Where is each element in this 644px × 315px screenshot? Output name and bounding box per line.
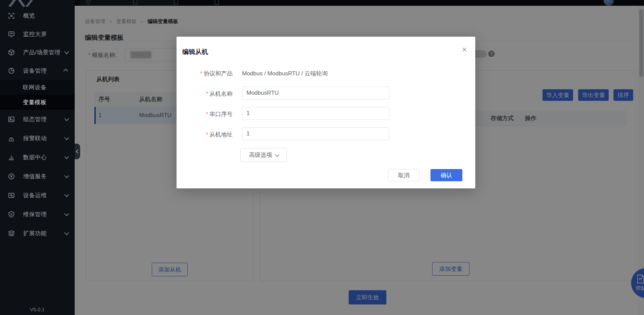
- required-marker: *: [206, 131, 208, 138]
- slave-name-input[interactable]: [242, 87, 389, 99]
- required-marker: *: [206, 111, 208, 117]
- close-icon[interactable]: ×: [460, 45, 469, 54]
- sidebar-collapse-toggle[interactable]: [75, 144, 80, 159]
- chevron-down-icon: [64, 173, 69, 178]
- chevron-down-icon: [64, 211, 69, 216]
- device-ops-icon: [8, 192, 15, 199]
- slave-address-label: *从机地址: [177, 131, 233, 138]
- sidebar: 概览 监控大屏 产品/场景管理 设备管理: [0, 0, 75, 315]
- sidebar-subitem-variable-template[interactable]: 变量模板: [0, 95, 75, 110]
- monitor-icon: [8, 31, 15, 38]
- chevron-left-icon: [76, 149, 80, 154]
- sidebar-item-scada[interactable]: 组态管理: [0, 110, 75, 129]
- chevron-down-icon: [64, 135, 69, 140]
- cancel-button[interactable]: 取消: [388, 169, 420, 181]
- chevron-down-icon: [64, 230, 69, 235]
- device-management-submenu: 联网设备 变量模板: [0, 80, 75, 110]
- required-marker: *: [200, 70, 202, 77]
- product-icon: [8, 49, 15, 56]
- alarm-icon: [8, 135, 15, 142]
- device-icon: [8, 67, 15, 74]
- chevron-down-icon: [64, 50, 69, 54]
- sidebar-nav: 概览 监控大屏 产品/场景管理 设备管理: [0, 6, 75, 243]
- modal-title: 编辑从机: [182, 48, 208, 56]
- logo: [5, 0, 50, 7]
- sidebar-subitem-networked-devices[interactable]: 联网设备: [0, 80, 75, 95]
- sidebar-item-device-management[interactable]: 设备管理: [0, 61, 75, 80]
- edit-slave-modal: 编辑从机 × *协议和产品 Modbus / ModbusRTU / 云端轮询 …: [177, 37, 475, 188]
- value-service-icon: [8, 173, 15, 180]
- chevron-down-icon: [275, 152, 279, 157]
- maintenance-icon: [8, 211, 15, 218]
- protocol-value: Modbus / ModbusRTU / 云端轮询: [242, 70, 328, 77]
- chevron-down-icon: [64, 154, 69, 159]
- sidebar-item-overview[interactable]: 概览: [0, 6, 75, 25]
- confirm-button[interactable]: 确认: [430, 169, 462, 181]
- chevron-down-icon: [64, 192, 69, 197]
- sidebar-item-product-scene[interactable]: 产品/场景管理: [0, 43, 75, 61]
- slave-name-label: *从机名称: [177, 90, 233, 98]
- protocol-label: *协议和产品: [177, 70, 233, 77]
- sidebar-item-value-services[interactable]: 增值服务: [0, 167, 75, 186]
- serial-number-input[interactable]: [242, 107, 389, 120]
- sidebar-item-device-ops[interactable]: 设备运维: [0, 186, 75, 205]
- data-center-icon: [8, 154, 15, 161]
- sidebar-item-maintenance[interactable]: 维保管理: [0, 205, 75, 224]
- serial-number-label: *串口序号: [177, 110, 233, 118]
- app-screen: 概览 监控大屏 产品/场景管理 设备管理: [0, 0, 644, 315]
- required-marker: *: [206, 91, 208, 97]
- sidebar-item-extensions[interactable]: 扩展功能: [0, 224, 75, 243]
- app-version: V5.0.1: [0, 307, 75, 312]
- advanced-options-button[interactable]: 高级选项: [240, 148, 287, 162]
- slave-address-input[interactable]: [242, 127, 389, 140]
- sidebar-item-alarm-linkage[interactable]: 报警联动: [0, 129, 75, 148]
- extension-icon: [8, 230, 15, 237]
- chevron-down-icon: [64, 116, 69, 121]
- sidebar-item-monitor-screen[interactable]: 监控大屏: [0, 25, 75, 43]
- overview-icon: [8, 12, 15, 19]
- scada-icon: [8, 116, 15, 123]
- sidebar-item-data-center[interactable]: 数据中心: [0, 148, 75, 167]
